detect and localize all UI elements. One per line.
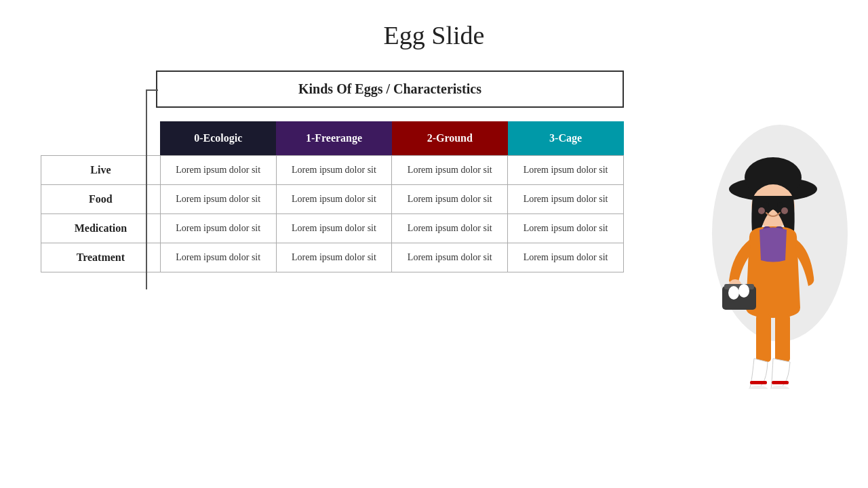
svg-point-4: [777, 202, 783, 207]
svg-rect-16: [775, 314, 790, 362]
row-label-live: Live: [41, 156, 161, 185]
cell-r2-c2: Lorem ipsum dolor sit: [392, 214, 508, 243]
cell-r3-c0: Lorem ipsum dolor sit: [160, 243, 276, 272]
table-section: Kinds Of Eggs / Characteristics 0-Ecolog…: [41, 70, 637, 272]
svg-rect-17: [750, 381, 767, 384]
row-label-treatment: Treatment: [41, 243, 161, 272]
kinds-header: Kinds Of Eggs / Characteristics: [156, 70, 624, 108]
svg-point-5: [758, 207, 765, 214]
svg-point-14: [738, 284, 749, 298]
cell-r0-c0: Lorem ipsum dolor sit: [160, 156, 276, 185]
cell-r0-c1: Lorem ipsum dolor sit: [276, 156, 392, 185]
main-table-wrapper: 0-Ecologic 1-Freerange 2-Ground 3-Cage L…: [41, 121, 637, 272]
cell-r1-c2: Lorem ipsum dolor sit: [392, 185, 508, 214]
cell-r2-c3: Lorem ipsum dolor sit: [508, 214, 624, 243]
cell-r3-c2: Lorem ipsum dolor sit: [392, 243, 508, 272]
empty-header-cell: [41, 121, 161, 156]
svg-point-13: [728, 286, 739, 300]
table-row: MedicationLorem ipsum dolor sitLorem ips…: [41, 214, 624, 243]
cell-r2-c0: Lorem ipsum dolor sit: [160, 214, 276, 243]
eggs-table: 0-Ecologic 1-Freerange 2-Ground 3-Cage L…: [41, 121, 624, 272]
svg-point-3: [764, 202, 769, 207]
table-row: TreatmentLorem ipsum dolor sitLorem ipsu…: [41, 243, 624, 272]
cell-r1-c1: Lorem ipsum dolor sit: [276, 185, 392, 214]
col-freerange: 1-Freerange: [276, 121, 392, 156]
slide-title: Egg Slide: [384, 20, 485, 50]
farmer-icon: [705, 118, 841, 389]
svg-rect-15: [756, 314, 771, 362]
svg-rect-18: [772, 381, 789, 384]
cell-r1-c3: Lorem ipsum dolor sit: [508, 185, 624, 214]
character-illustration: [692, 111, 854, 396]
cell-r3-c1: Lorem ipsum dolor sit: [276, 243, 392, 272]
cell-r2-c1: Lorem ipsum dolor sit: [276, 214, 392, 243]
col-ground: 2-Ground: [392, 121, 508, 156]
row-label-medication: Medication: [41, 214, 161, 243]
col-cage: 3-Cage: [508, 121, 624, 156]
content-area: Kinds Of Eggs / Characteristics 0-Ecolog…: [0, 70, 868, 272]
row-label-food: Food: [41, 185, 161, 214]
col-ecologic: 0-Ecologic: [160, 121, 276, 156]
cell-r1-c0: Lorem ipsum dolor sit: [160, 185, 276, 214]
cell-r3-c3: Lorem ipsum dolor sit: [508, 243, 624, 272]
cell-r0-c3: Lorem ipsum dolor sit: [508, 156, 624, 185]
table-row: LiveLorem ipsum dolor sitLorem ipsum dol…: [41, 156, 624, 185]
table-row: FoodLorem ipsum dolor sitLorem ipsum dol…: [41, 185, 624, 214]
svg-point-6: [781, 207, 788, 214]
slide-page: Egg Slide Kinds Of Eggs / Characteristic…: [0, 0, 868, 488]
cell-r0-c2: Lorem ipsum dolor sit: [392, 156, 508, 185]
